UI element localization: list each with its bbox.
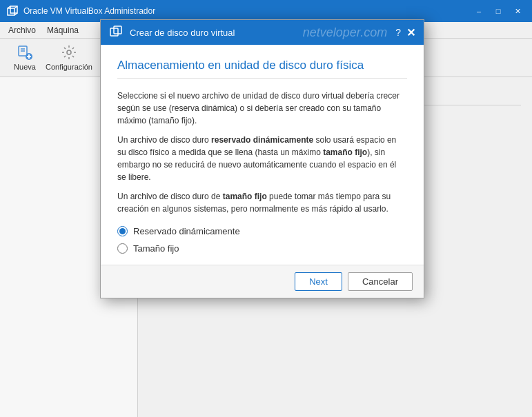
radio-fixed[interactable]: Tamaño fijo bbox=[117, 243, 407, 254]
dialog-watermark: netveloper.com bbox=[303, 26, 387, 40]
cancel-button[interactable]: Cancelar bbox=[348, 272, 413, 291]
para2-bold2: tamaño fijo bbox=[323, 148, 367, 157]
dialog-para1: Seleccione si el nuevo archivo de unidad… bbox=[117, 90, 407, 127]
dialog-para3: Un archivo de disco duro de tamaño fijo … bbox=[117, 190, 407, 215]
radio-dynamic-input[interactable] bbox=[117, 226, 128, 236]
toolbar-nueva-label: Nueva bbox=[14, 63, 36, 71]
main-window: Oracle VM VirtualBox Administrador – □ ✕… bbox=[0, 0, 532, 417]
para3-prefix: Un archivo de disco duro de bbox=[117, 192, 223, 201]
svg-rect-0 bbox=[8, 8, 14, 15]
toolbar-config-button[interactable]: Configuración bbox=[50, 41, 88, 74]
para2-prefix: Un archivo de disco duro bbox=[117, 135, 211, 145]
radio-fixed-label: Tamaño fijo bbox=[133, 243, 179, 254]
para2-bold1: reservado dinámicamente bbox=[211, 135, 313, 145]
radio-dynamic[interactable]: Reservado dinámicamente bbox=[117, 226, 407, 236]
svg-point-11 bbox=[67, 50, 71, 54]
menu-maquina[interactable]: Máquina bbox=[41, 24, 84, 37]
radio-group: Reservado dinámicamente Tamaño fijo bbox=[117, 226, 407, 254]
dialog-title: Crear de disco duro virtual bbox=[130, 28, 303, 38]
window-close-button[interactable]: ✕ bbox=[509, 4, 526, 18]
dialog-close-icon[interactable]: ✕ bbox=[406, 26, 415, 39]
app-icon bbox=[6, 4, 19, 18]
dialog: Crear de disco duro virtual netveloper.c… bbox=[100, 19, 424, 298]
menu-archivo[interactable]: Archivo bbox=[3, 24, 41, 37]
window-controls: – □ ✕ bbox=[470, 4, 526, 18]
toolbar-config-label: Configuración bbox=[46, 63, 92, 71]
radio-fixed-input[interactable] bbox=[117, 243, 128, 254]
dialog-footer: Next Cancelar bbox=[101, 265, 424, 298]
dialog-body: Almacenamiento en unidad de disco duro f… bbox=[101, 45, 424, 265]
minimize-button[interactable]: – bbox=[470, 4, 488, 18]
maximize-button[interactable]: □ bbox=[489, 4, 507, 18]
dialog-heading: Almacenamiento en unidad de disco duro f… bbox=[117, 59, 407, 79]
nueva-icon bbox=[17, 44, 33, 61]
config-icon bbox=[61, 44, 77, 61]
app-title: Oracle VM VirtualBox Administrador bbox=[23, 6, 470, 16]
dialog-para2: Un archivo de disco duro reservado dinám… bbox=[117, 134, 407, 183]
dialog-icon bbox=[109, 25, 124, 40]
toolbar-nueva-button[interactable]: Nueva bbox=[6, 41, 44, 74]
next-button[interactable]: Next bbox=[295, 272, 342, 291]
para3-bold: tamaño fijo bbox=[223, 192, 267, 201]
dialog-title-bar: Crear de disco duro virtual netveloper.c… bbox=[101, 20, 424, 45]
radio-dynamic-label: Reservado dinámicamente bbox=[133, 226, 240, 236]
dialog-help-icon[interactable]: ? bbox=[395, 27, 401, 38]
